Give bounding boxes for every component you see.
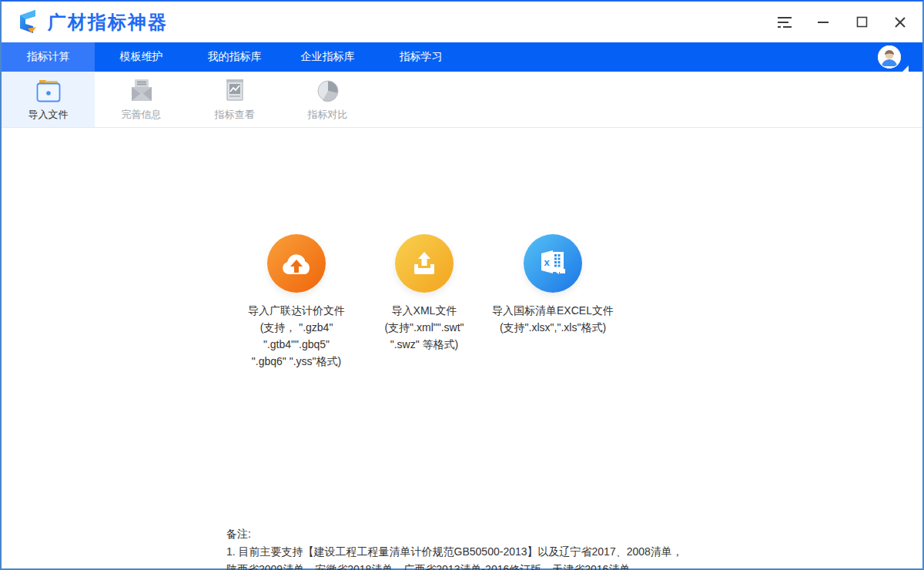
step-label: 指标查看	[215, 108, 255, 122]
close-button[interactable]	[881, 2, 919, 42]
step-label: 完善信息	[122, 108, 162, 122]
cloud-upload-icon	[267, 234, 326, 293]
step-indicator-compare[interactable]: 指标对比	[281, 72, 374, 127]
option-title: 导入国标清单EXCEL文件	[460, 302, 645, 319]
svg-text:x: x	[544, 256, 550, 268]
close-icon	[894, 16, 906, 28]
tab-indicator-learning[interactable]: 指标学习	[374, 42, 467, 72]
minimize-button[interactable]	[804, 2, 842, 42]
step-import-file[interactable]: 导入文件	[2, 72, 95, 127]
tab-indicator-calculation[interactable]: 指标计算	[2, 42, 95, 72]
notes-line: 1. 目前主要支持【建设工程工程量清单计价规范GB50500-2013】以及辽宁…	[226, 543, 711, 561]
option-formats: (支持".xlsx",".xls"格式)	[460, 319, 645, 336]
folder-import-icon	[34, 78, 63, 104]
step-label: 导入文件	[28, 108, 69, 122]
chart-view-icon	[220, 78, 249, 104]
window-controls	[765, 2, 919, 42]
maximize-button[interactable]	[842, 2, 881, 42]
titlebar: 广材指标神器	[2, 2, 922, 42]
tab-my-indicator-library[interactable]: 我的指标库	[188, 42, 281, 72]
option-formats: ".gbq6" ".yss"格式)	[204, 353, 389, 370]
maximize-icon	[856, 16, 868, 28]
tab-template-maintenance[interactable]: 模板维护	[95, 42, 188, 72]
notes-line: 陕西省2009清单，安徽省2018清单，广西省2013清单-2016修订版，天津…	[226, 561, 711, 570]
app-logo-icon	[12, 8, 42, 37]
user-avatar[interactable]	[878, 45, 901, 69]
avatar-icon	[878, 45, 901, 69]
tab-enterprise-indicator-library[interactable]: 企业指标库	[281, 42, 374, 72]
pie-compare-icon	[313, 78, 343, 104]
notes-block: 备注: 1. 目前主要支持【建设工程工程量清单计价规范GB50500-2013】…	[226, 525, 711, 570]
main-content: 导入广联达计价文件 (支持， ".gzb4" ".gtb4"".gbq5" ".…	[2, 128, 922, 567]
menu-button[interactable]	[765, 2, 804, 42]
option-formats: ".swz" 等格式)	[343, 336, 505, 353]
app-window: 广材指标神器	[0, 0, 924, 570]
step-toolbar: 导入文件 完善信息	[2, 72, 922, 128]
step-indicator-view[interactable]: 指标查看	[188, 72, 281, 127]
menu-icon	[777, 15, 792, 29]
step-label: 指标对比	[308, 108, 348, 122]
brand: 广材指标神器	[12, 8, 168, 37]
avatar-corner-triangle	[902, 65, 909, 72]
excel-file-icon: x	[524, 234, 582, 293]
envelope-icon	[127, 78, 156, 104]
tray-upload-icon	[395, 234, 454, 293]
import-excel-option[interactable]: x 导入国标清单EXCEL文件 (支持".xlsx",".xls"格式)	[460, 234, 645, 336]
minimize-icon	[817, 16, 829, 28]
notes-title: 备注:	[226, 525, 711, 543]
app-title: 广材指标神器	[48, 10, 168, 35]
step-complete-info[interactable]: 完善信息	[95, 72, 188, 127]
main-navbar: 指标计算 模板维护 我的指标库 企业指标库 指标学习	[2, 42, 922, 72]
